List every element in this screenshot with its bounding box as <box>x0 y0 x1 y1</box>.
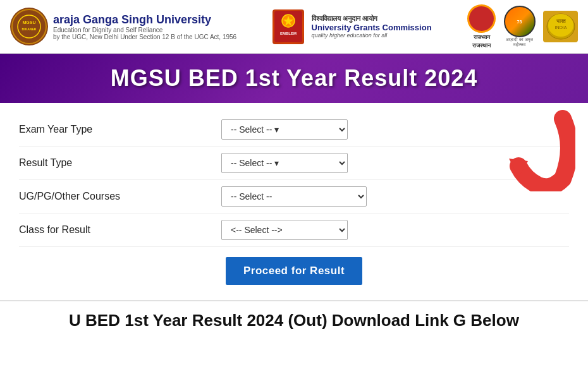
svg-text:EMBLEM: EMBLEM <box>280 32 297 35</box>
ugc-tagline-text: quality higher education for all <box>312 32 432 39</box>
rajbhavan-text: राजभवन <box>474 34 490 41</box>
class-result-row: Class for Result <-- Select --> <box>19 214 569 247</box>
result-type-label: Result Type <box>19 157 221 169</box>
svg-point-0 <box>12 9 46 44</box>
banner-title: MGSU BED 1st Year Result 2024 <box>15 65 573 92</box>
exam-year-type-row: Exam Year Type -- Select -- ▾ <box>19 113 569 147</box>
class-result-label: Class for Result <box>19 224 221 236</box>
ugc-english-text: University Grants Commission <box>312 23 432 32</box>
university-text-block: araja Ganga Singh University Education f… <box>53 13 236 40</box>
proceed-button[interactable]: Proceed for Result <box>226 257 362 285</box>
svg-text:भारत: भारत <box>556 18 565 24</box>
ugc-branding: EMBLEM विश्वविद्यालय अनुदान आयोग Univers… <box>243 9 461 44</box>
arrow-decoration <box>506 109 575 191</box>
university-name: araja Ganga Singh University <box>53 13 236 27</box>
result-banner: MGSU BED 1st Year Result 2024 <box>0 54 588 103</box>
ugc-text-block: विश्वविद्यालय अनुदान आयोग University Gra… <box>312 15 432 39</box>
exam-year-type-select[interactable]: -- Select -- ▾ <box>221 119 348 140</box>
result-type-select[interactable]: -- Select -- ▾ <box>221 153 348 173</box>
azadi-circle-icon: 75 <box>504 6 536 37</box>
coins-icon: भारत INDIA <box>543 11 578 42</box>
azadi-number: 75 <box>517 20 522 24</box>
ugc-hindi-text: विश्वविद्यालय अनुदान आयोग <box>312 15 432 23</box>
university-tagline: Education for Dignity and Self Reliance <box>53 27 236 33</box>
result-form-area: Exam Year Type -- Select -- ▾ Result Typ… <box>0 103 588 300</box>
rajbhavan-logo-area: राजभवन राजस्थान <box>467 4 496 49</box>
class-result-select[interactable]: <-- Select --> <box>221 220 348 240</box>
svg-text:INDIA: INDIA <box>554 25 567 30</box>
course-type-label: UG/PG/Other Courses <box>19 191 221 202</box>
exam-year-type-label: Exam Year Type <box>19 124 221 135</box>
bottom-banner: U BED 1st Year Result 2024 (Out) Downloa… <box>0 300 588 340</box>
result-type-row: Result Type -- Select -- ▾ <box>19 147 569 180</box>
right-logos: राजभवन राजस्थान 75 आज़ादी का अमृत महोत्स… <box>467 4 578 49</box>
university-branding: MGSU BIKANER araja Ganga Singh Universit… <box>10 8 236 45</box>
rajbhavan-icon <box>467 4 496 33</box>
course-type-row: UG/PG/Other Courses -- Select -- <box>19 180 569 214</box>
svg-text:MGSU: MGSU <box>23 20 36 25</box>
bottom-title-text: U BED 1st Year Result 2024 (Out) Downloa… <box>69 311 519 330</box>
ugc-emblem-icon: EMBLEM <box>273 9 304 44</box>
bottom-title: U BED 1st Year Result 2024 (Out) Downloa… <box>6 310 582 332</box>
course-type-select[interactable]: -- Select -- <box>221 186 367 207</box>
page-header: MGSU BIKANER araja Ganga Singh Universit… <box>0 0 588 54</box>
svg-text:BIKANER: BIKANER <box>22 27 37 31</box>
azadi-text: आज़ादी का अमृत महोत्सव <box>502 37 537 47</box>
university-logo-icon: MGSU BIKANER <box>10 8 48 45</box>
university-ugc-note: by the UGC, New Delhi Under Section 12 B… <box>53 33 236 40</box>
rajasthan-text: राजस्थान <box>472 42 491 49</box>
azadi-badge-area: 75 आज़ादी का अमृत महोत्सव <box>502 6 537 47</box>
proceed-button-row: Proceed for Result <box>19 247 569 290</box>
